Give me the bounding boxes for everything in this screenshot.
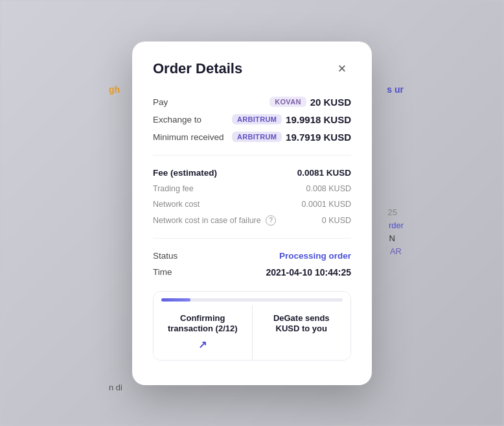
status-label: Status (153, 251, 178, 261)
network-cost-failure-value: 0 KUSD (322, 216, 351, 225)
min-received-row: Minimum received ARBITRUM 19.7919 KUSD (153, 128, 351, 146)
steps-row: Confirming transaction (2/12) ↗ DeGate s… (154, 305, 350, 361)
close-button[interactable]: × (333, 60, 351, 78)
trading-fee-value: 0.008 KUSD (306, 184, 351, 193)
bg-di: n di (109, 383, 122, 392)
pay-label: Pay (153, 97, 168, 107)
pay-amount: 20 KUSD (310, 97, 351, 108)
trading-fee-label: Trading fee (153, 184, 194, 193)
bg-25: 25 (388, 207, 397, 217)
network-cost-label: Network cost (153, 200, 200, 209)
order-details-modal: Order Details × Pay KOVAN 20 KUSD Exchan… (132, 41, 372, 385)
network-cost-failure-label: Network cost in case of failure ? (153, 215, 276, 226)
bg-right-text: s ur (387, 84, 404, 95)
status-value: Processing order (279, 251, 351, 261)
min-received-value: ARBITRUM 19.7919 KUSD (232, 132, 351, 143)
fee-label: Fee (estimated) (153, 168, 217, 178)
divider-1 (153, 155, 351, 156)
progress-bar-fill (161, 298, 190, 302)
trading-fee-row: Trading fee 0.008 KUSD (153, 181, 351, 196)
exchange-network-badge: ARBITRUM (232, 114, 282, 124)
bg-n: N (389, 233, 395, 243)
step-confirming-label: Confirming transaction (2/12) (163, 313, 243, 335)
status-row: Status Processing order (153, 248, 351, 264)
step-confirming: Confirming transaction (2/12) ↗ (154, 305, 253, 361)
modal-header: Order Details × (153, 60, 351, 78)
step-degate-label: DeGate sends KUSD to you (262, 313, 342, 335)
pay-network-badge: KOVAN (269, 97, 306, 107)
progress-section: Confirming transaction (2/12) ↗ DeGate s… (153, 291, 351, 361)
min-received-label: Minimum received (153, 132, 224, 142)
progress-bar-container (154, 292, 350, 305)
bg-left-text: gh (109, 84, 120, 95)
fee-row: Fee (estimated) 0.0081 KUSD (153, 165, 351, 181)
help-icon[interactable]: ? (266, 215, 276, 226)
exchange-label: Exchange to (153, 115, 201, 124)
network-cost-failure-row: Network cost in case of failure ? 0 KUSD (153, 212, 351, 229)
progress-bar-track (161, 298, 343, 302)
pay-row: Pay KOVAN 20 KUSD (153, 93, 351, 111)
exchange-amount: 19.9918 KUSD (286, 114, 351, 125)
bg-order: rder (389, 220, 404, 230)
min-received-amount: 19.7919 KUSD (286, 132, 351, 143)
network-cost-value: 0.0001 KUSD (302, 200, 351, 209)
time-row: Time 2021-04-10 10:44:25 (153, 264, 351, 281)
bg-ar: AR (390, 246, 402, 256)
min-received-network-badge: ARBITRUM (232, 132, 282, 142)
pay-value: KOVAN 20 KUSD (269, 97, 351, 108)
divider-2 (153, 238, 351, 239)
fee-value: 0.0081 KUSD (297, 168, 351, 178)
network-cost-row: Network cost 0.0001 KUSD (153, 196, 351, 212)
step-degate: DeGate sends KUSD to you (253, 305, 351, 361)
time-value: 2021-04-10 10:44:25 (266, 267, 351, 278)
step-confirming-arrow[interactable]: ↗ (198, 338, 207, 351)
exchange-row: Exchange to ARBITRUM 19.9918 KUSD (153, 111, 351, 128)
exchange-value: ARBITRUM 19.9918 KUSD (232, 114, 351, 125)
time-label: Time (153, 267, 172, 277)
modal-title: Order Details (153, 60, 242, 77)
